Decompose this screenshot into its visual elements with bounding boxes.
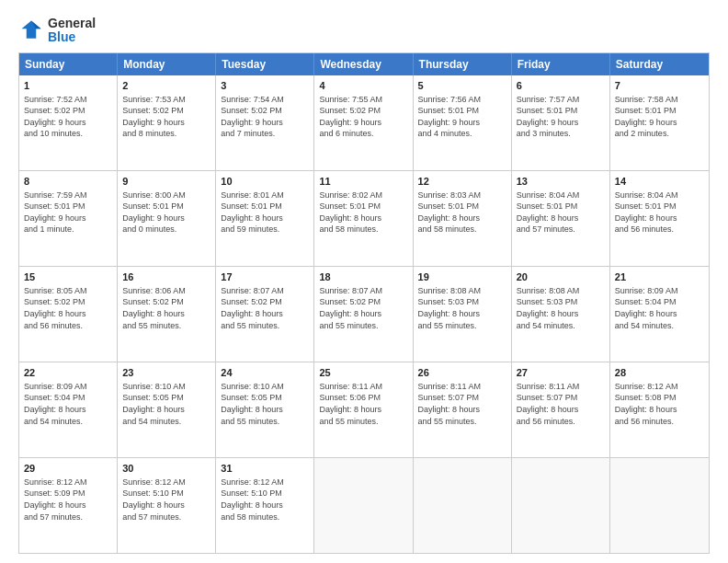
calendar-cell-day-4: 4Sunrise: 7:55 AM Sunset: 5:02 PM Daylig… [314, 75, 413, 170]
day-number: 21 [615, 270, 704, 284]
calendar-cell-day-8: 8Sunrise: 7:59 AM Sunset: 5:01 PM Daylig… [19, 171, 118, 266]
calendar-header: SundayMondayTuesdayWednesdayThursdayFrid… [19, 53, 709, 75]
day-number: 28 [615, 366, 704, 380]
day-info: Sunrise: 7:55 AM Sunset: 5:02 PM Dayligh… [319, 94, 407, 140]
day-number: 15 [24, 270, 112, 284]
day-info: Sunrise: 8:03 AM Sunset: 5:01 PM Dayligh… [418, 190, 506, 236]
day-info: Sunrise: 8:02 AM Sunset: 5:01 PM Dayligh… [319, 190, 407, 236]
calendar-cell-empty [610, 458, 709, 553]
day-number: 19 [418, 270, 506, 284]
day-info: Sunrise: 8:11 AM Sunset: 5:07 PM Dayligh… [517, 381, 605, 427]
day-number: 16 [122, 270, 210, 284]
day-number: 4 [319, 79, 407, 93]
weekday-header-friday: Friday [512, 53, 610, 75]
day-info: Sunrise: 8:12 AM Sunset: 5:10 PM Dayligh… [221, 477, 309, 523]
weekday-header-tuesday: Tuesday [216, 53, 314, 75]
day-info: Sunrise: 8:10 AM Sunset: 5:05 PM Dayligh… [122, 381, 210, 427]
day-info: Sunrise: 8:04 AM Sunset: 5:01 PM Dayligh… [615, 190, 704, 236]
day-info: Sunrise: 7:52 AM Sunset: 5:02 PM Dayligh… [24, 94, 112, 140]
calendar: SundayMondayTuesdayWednesdayThursdayFrid… [18, 52, 710, 554]
calendar-cell-day-2: 2Sunrise: 7:53 AM Sunset: 5:02 PM Daylig… [118, 75, 216, 170]
calendar-cell-empty [414, 458, 512, 553]
day-number: 27 [517, 366, 605, 380]
day-number: 7 [615, 79, 704, 93]
calendar-cell-day-25: 25Sunrise: 8:11 AM Sunset: 5:06 PM Dayli… [314, 362, 413, 457]
calendar-cell-day-24: 24Sunrise: 8:10 AM Sunset: 5:05 PM Dayli… [216, 362, 314, 457]
calendar-row-4: 22Sunrise: 8:09 AM Sunset: 5:04 PM Dayli… [19, 362, 709, 457]
calendar-body: 1Sunrise: 7:52 AM Sunset: 5:02 PM Daylig… [19, 75, 709, 553]
calendar-cell-day-6: 6Sunrise: 7:57 AM Sunset: 5:01 PM Daylig… [512, 75, 610, 170]
calendar-cell-day-5: 5Sunrise: 7:56 AM Sunset: 5:01 PM Daylig… [414, 75, 512, 170]
calendar-cell-day-14: 14Sunrise: 8:04 AM Sunset: 5:01 PM Dayli… [610, 171, 709, 266]
calendar-cell-day-12: 12Sunrise: 8:03 AM Sunset: 5:01 PM Dayli… [414, 171, 512, 266]
day-number: 30 [122, 462, 210, 476]
day-number: 12 [418, 175, 506, 189]
page: General Blue SundayMondayTuesdayWednesda… [0, 0, 728, 563]
calendar-cell-day-13: 13Sunrise: 8:04 AM Sunset: 5:01 PM Dayli… [512, 171, 610, 266]
day-number: 24 [221, 366, 309, 380]
day-number: 11 [319, 175, 407, 189]
calendar-cell-day-17: 17Sunrise: 8:07 AM Sunset: 5:02 PM Dayli… [216, 267, 314, 362]
calendar-cell-day-15: 15Sunrise: 8:05 AM Sunset: 5:02 PM Dayli… [19, 267, 118, 362]
svg-marker-0 [22, 21, 41, 39]
calendar-cell-day-10: 10Sunrise: 8:01 AM Sunset: 5:01 PM Dayli… [216, 171, 314, 266]
day-number: 1 [24, 79, 112, 93]
day-number: 22 [24, 366, 112, 380]
day-info: Sunrise: 7:59 AM Sunset: 5:01 PM Dayligh… [24, 190, 112, 236]
day-info: Sunrise: 8:12 AM Sunset: 5:08 PM Dayligh… [615, 381, 704, 427]
day-info: Sunrise: 8:08 AM Sunset: 5:03 PM Dayligh… [517, 285, 605, 331]
day-info: Sunrise: 8:07 AM Sunset: 5:02 PM Dayligh… [221, 285, 309, 331]
calendar-cell-day-21: 21Sunrise: 8:09 AM Sunset: 5:04 PM Dayli… [610, 267, 709, 362]
day-info: Sunrise: 7:56 AM Sunset: 5:01 PM Dayligh… [418, 94, 506, 140]
calendar-row-1: 1Sunrise: 7:52 AM Sunset: 5:02 PM Daylig… [19, 75, 709, 170]
calendar-cell-day-19: 19Sunrise: 8:08 AM Sunset: 5:03 PM Dayli… [414, 267, 512, 362]
calendar-row-2: 8Sunrise: 7:59 AM Sunset: 5:01 PM Daylig… [19, 170, 709, 266]
day-info: Sunrise: 8:12 AM Sunset: 5:09 PM Dayligh… [24, 477, 112, 523]
day-info: Sunrise: 8:09 AM Sunset: 5:04 PM Dayligh… [24, 381, 112, 427]
day-number: 31 [221, 462, 309, 476]
day-info: Sunrise: 8:12 AM Sunset: 5:10 PM Dayligh… [122, 477, 210, 523]
day-info: Sunrise: 8:08 AM Sunset: 5:03 PM Dayligh… [418, 285, 506, 331]
day-info: Sunrise: 8:00 AM Sunset: 5:01 PM Dayligh… [122, 190, 210, 236]
day-number: 2 [122, 79, 210, 93]
day-info: Sunrise: 8:09 AM Sunset: 5:04 PM Dayligh… [615, 285, 704, 331]
day-info: Sunrise: 7:57 AM Sunset: 5:01 PM Dayligh… [517, 94, 605, 140]
day-number: 9 [122, 175, 210, 189]
day-number: 18 [319, 270, 407, 284]
calendar-cell-day-28: 28Sunrise: 8:12 AM Sunset: 5:08 PM Dayli… [610, 362, 709, 457]
day-number: 20 [517, 270, 605, 284]
day-number: 3 [221, 79, 309, 93]
day-info: Sunrise: 8:10 AM Sunset: 5:05 PM Dayligh… [221, 381, 309, 427]
calendar-cell-day-7: 7Sunrise: 7:58 AM Sunset: 5:01 PM Daylig… [610, 75, 709, 170]
day-info: Sunrise: 8:06 AM Sunset: 5:02 PM Dayligh… [122, 285, 210, 331]
weekday-header-wednesday: Wednesday [314, 53, 413, 75]
calendar-row-3: 15Sunrise: 8:05 AM Sunset: 5:02 PM Dayli… [19, 266, 709, 362]
day-info: Sunrise: 7:58 AM Sunset: 5:01 PM Dayligh… [615, 94, 704, 140]
logo-text: General Blue [48, 17, 96, 45]
calendar-cell-day-23: 23Sunrise: 8:10 AM Sunset: 5:05 PM Dayli… [118, 362, 216, 457]
calendar-cell-day-1: 1Sunrise: 7:52 AM Sunset: 5:02 PM Daylig… [19, 75, 118, 170]
calendar-cell-day-30: 30Sunrise: 8:12 AM Sunset: 5:10 PM Dayli… [118, 458, 216, 553]
day-number: 29 [24, 462, 112, 476]
calendar-cell-day-22: 22Sunrise: 8:09 AM Sunset: 5:04 PM Dayli… [19, 362, 118, 457]
weekday-header-saturday: Saturday [610, 53, 709, 75]
weekday-header-thursday: Thursday [414, 53, 512, 75]
day-number: 13 [517, 175, 605, 189]
day-info: Sunrise: 8:11 AM Sunset: 5:07 PM Dayligh… [418, 381, 506, 427]
day-info: Sunrise: 7:54 AM Sunset: 5:02 PM Dayligh… [221, 94, 309, 140]
day-number: 8 [24, 175, 112, 189]
day-number: 26 [418, 366, 506, 380]
calendar-cell-day-16: 16Sunrise: 8:06 AM Sunset: 5:02 PM Dayli… [118, 267, 216, 362]
calendar-cell-day-27: 27Sunrise: 8:11 AM Sunset: 5:07 PM Dayli… [512, 362, 610, 457]
calendar-cell-day-18: 18Sunrise: 8:07 AM Sunset: 5:02 PM Dayli… [314, 267, 413, 362]
calendar-cell-day-26: 26Sunrise: 8:11 AM Sunset: 5:07 PM Dayli… [414, 362, 512, 457]
calendar-cell-day-3: 3Sunrise: 7:54 AM Sunset: 5:02 PM Daylig… [216, 75, 314, 170]
day-info: Sunrise: 8:07 AM Sunset: 5:02 PM Dayligh… [319, 285, 407, 331]
calendar-cell-empty [314, 458, 413, 553]
header: General Blue [18, 17, 710, 45]
calendar-cell-day-31: 31Sunrise: 8:12 AM Sunset: 5:10 PM Dayli… [216, 458, 314, 553]
calendar-cell-day-11: 11Sunrise: 8:02 AM Sunset: 5:01 PM Dayli… [314, 171, 413, 266]
day-info: Sunrise: 8:04 AM Sunset: 5:01 PM Dayligh… [517, 190, 605, 236]
weekday-header-sunday: Sunday [19, 53, 118, 75]
logo: General Blue [18, 17, 96, 45]
